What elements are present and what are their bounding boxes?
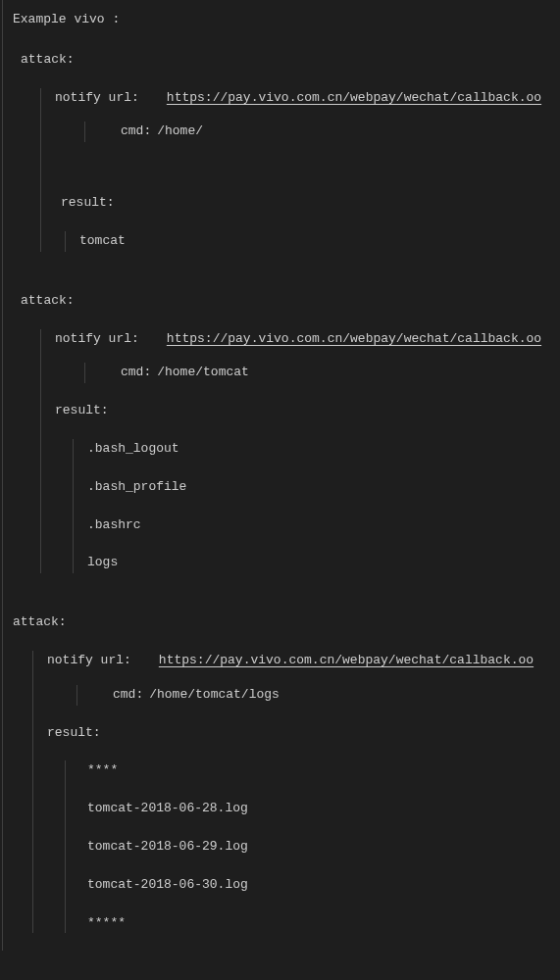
- cmd-block: cmd: /home/: [84, 122, 550, 142]
- attack-label: attack:: [13, 612, 550, 633]
- result-item: tomcat-2018-06-30.log: [87, 875, 550, 896]
- cmd-value: /home/tomcat/logs: [149, 685, 280, 706]
- attack-label: attack:: [21, 50, 550, 71]
- result-label: result:: [55, 401, 550, 421]
- notify-label: notify url:: [55, 88, 139, 109]
- attack-block-1: attack: notify url: https://pay.vivo.com…: [13, 50, 550, 252]
- result-list: tomcat: [65, 231, 550, 252]
- attack-block-2: attack: notify url: https://pay.vivo.com…: [13, 291, 550, 573]
- attack-block-3: attack: notify url: https://pay.vivo.com…: [13, 612, 550, 933]
- notify-url-row: notify url: https://pay.vivo.com.cn/webp…: [55, 88, 550, 109]
- cmd-row: cmd: /home/tomcat: [121, 363, 550, 383]
- notify-url-link[interactable]: https://pay.vivo.com.cn/webpay/wechat/ca…: [159, 651, 534, 671]
- result-item: tomcat-2018-06-28.log: [87, 799, 550, 819]
- notify-url-row: notify url: https://pay.vivo.com.cn/webp…: [55, 329, 550, 350]
- notify-label: notify url:: [47, 651, 131, 671]
- cmd-row: cmd: /home/: [121, 122, 550, 142]
- cmd-block: cmd: /home/tomcat/logs: [76, 685, 550, 706]
- cmd-label: cmd:: [113, 685, 143, 706]
- attack-content: notify url: https://pay.vivo.com.cn/webp…: [40, 88, 550, 252]
- notify-url-link[interactable]: https://pay.vivo.com.cn/webpay/wechat/ca…: [167, 329, 541, 350]
- result-item: logs: [87, 553, 550, 573]
- attack-content: notify url: https://pay.vivo.com.cn/webp…: [32, 651, 550, 933]
- cmd-label: cmd:: [121, 122, 151, 142]
- example-header: Example vivo :: [13, 10, 550, 30]
- cmd-value: /home/tomcat: [157, 363, 249, 383]
- cmd-value: /home/: [157, 122, 203, 142]
- result-item: .bash_profile: [87, 477, 550, 498]
- result-item: .bashrc: [87, 515, 550, 536]
- attack-label: attack:: [21, 291, 550, 312]
- result-list: **** tomcat-2018-06-28.log tomcat-2018-0…: [65, 760, 550, 933]
- result-list: .bash_logout .bash_profile .bashrc logs: [73, 439, 550, 573]
- result-item: ****: [87, 760, 550, 781]
- cmd-row: cmd: /home/tomcat/logs: [113, 685, 550, 706]
- code-container: Example vivo : attack: notify url: https…: [2, 0, 560, 951]
- cmd-label: cmd:: [121, 363, 151, 383]
- result-item: tomcat-2018-06-29.log: [87, 837, 550, 858]
- notify-url-row: notify url: https://pay.vivo.com.cn/webp…: [47, 651, 550, 671]
- result-item: tomcat: [79, 231, 550, 252]
- notify-url-link[interactable]: https://pay.vivo.com.cn/webpay/wechat/ca…: [167, 88, 541, 109]
- result-label: result:: [47, 723, 550, 744]
- result-label: result:: [61, 193, 550, 214]
- notify-label: notify url:: [55, 329, 139, 350]
- attack-content: notify url: https://pay.vivo.com.cn/webp…: [40, 329, 550, 574]
- result-item: .bash_logout: [87, 439, 550, 460]
- cmd-block: cmd: /home/tomcat: [84, 363, 550, 383]
- result-item: *****: [87, 913, 550, 934]
